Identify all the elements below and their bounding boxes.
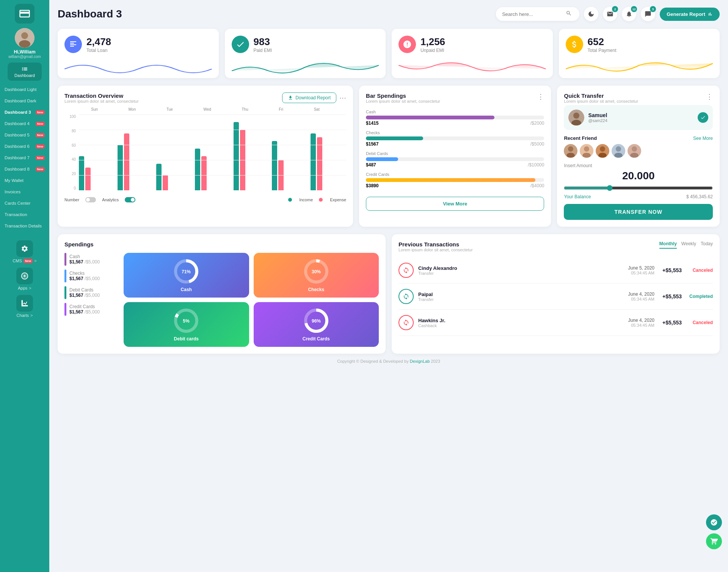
bar-spendings-title: Bar Spendings (366, 92, 440, 99)
badge-new-5: New (36, 133, 45, 137)
sidebar-item-dashboard-3[interactable]: Dashboard 3 New (0, 107, 49, 118)
amount-display: 20.000 (564, 170, 713, 182)
cart-fab[interactable] (706, 533, 722, 549)
stat-card-paid-emi: 983 Paid EMI (225, 29, 386, 78)
chart-legend: Number Analytics Income Expense (64, 197, 346, 202)
balance-value: $ 456,345.62 (686, 194, 713, 199)
notifications-button[interactable]: 12 (622, 7, 636, 21)
sidebar-item-dashboard-dark[interactable]: Dashboard Dark (0, 95, 49, 107)
sidebar-item-my-wallet[interactable]: My Wallet (0, 175, 49, 186)
spending-row-credit: Credit Cards $1,567 /$5,000 (64, 303, 118, 316)
sidebar-item-dashboard-8[interactable]: Dashboard 8 New (0, 163, 49, 175)
search-input[interactable] (502, 11, 563, 17)
svg-point-5 (573, 113, 579, 119)
bar-spendings-menu[interactable]: ⋮ (537, 92, 544, 101)
tab-today[interactable]: Today (701, 241, 713, 249)
expense-bar-4 (240, 130, 245, 190)
number-toggle[interactable] (85, 197, 96, 202)
page-title: Dashboard 3 (58, 8, 122, 20)
spendings-list: Cash $1,567 /$5,000 Checks $1,567 /$5,00… (64, 253, 118, 347)
sidebar: Hi,William william@gmail.com Dashboard D… (0, 0, 49, 572)
sidebar-item-dashboard-6[interactable]: Dashboard 6 New (0, 141, 49, 152)
transaction-row-2: Hawkins Jr. Cashback June 4, 2020 05:34:… (399, 310, 713, 336)
moon-button[interactable] (584, 7, 598, 21)
dashboard-nav-button[interactable]: Dashboard (8, 63, 42, 81)
transaction-date-0: June 5, 2020 (628, 265, 654, 271)
support-fab[interactable] (706, 514, 722, 530)
prev-transactions-title: Previous Transactions (399, 241, 473, 248)
quick-transfer-title: Quick Transfer (564, 92, 638, 99)
svg-point-8 (568, 146, 573, 152)
search-box (496, 7, 579, 21)
sidebar-item-transaction[interactable]: Transaction (0, 209, 49, 220)
analytics-toggle[interactable] (125, 197, 135, 202)
spending-row-cash: Cash $1,567 /$5,000 (64, 253, 118, 266)
generate-report-button[interactable]: Generate Report (660, 8, 720, 21)
bar-group-1 (118, 133, 153, 190)
sidebar-item-transaction-details[interactable]: Transaction Details (0, 220, 49, 232)
bar-group-3 (195, 149, 231, 190)
quick-transfer-card: Quick Transfer Lorem ipsum dolor sit ame… (557, 86, 720, 227)
footer-link[interactable]: DexignLab (410, 359, 430, 364)
income-bar-6 (311, 133, 316, 190)
chart-x-labels: Sun Mon Tue Wed Thu Fri Sat (64, 107, 346, 111)
transfer-now-button[interactable]: TRANSFER NOW (564, 204, 713, 220)
cms-badge: New (24, 259, 33, 263)
svg-point-17 (616, 146, 621, 152)
sidebar-item-dashboard-5[interactable]: Dashboard 5 New (0, 129, 49, 141)
amount-slider[interactable] (564, 185, 713, 191)
donut-debit-label: Debit cards (174, 336, 199, 342)
see-more-link[interactable]: See More (693, 136, 713, 141)
friend-5 (628, 144, 641, 158)
download-report-button[interactable]: Download Report (282, 92, 336, 103)
sidebar-item-cards-center[interactable]: Cards Center (0, 197, 49, 209)
sparkline-paid (232, 58, 379, 77)
stat-icon-loan (64, 36, 82, 53)
sidebar-item-dashboard-light[interactable]: Dashboard Light (0, 84, 49, 95)
friend-2 (580, 144, 593, 158)
messages-badge: 2 (612, 6, 618, 12)
svg-point-11 (584, 146, 589, 152)
transaction-chart: Sun Mon Tue Wed Thu Fri Sat 100806040200 (64, 107, 346, 202)
pt-tabs: Monthly Weekly Today (659, 241, 713, 249)
spending-checks: Checks $1567 /$5000 (366, 130, 544, 147)
sidebar-logo[interactable] (15, 4, 35, 24)
tab-monthly[interactable]: Monthly (659, 241, 677, 249)
transaction-time-2: 05:34:45 AM (628, 323, 654, 328)
spending-cash: Cash $1415 /$2000 (366, 110, 544, 126)
badge-new-3: New (36, 110, 45, 114)
charts-icon-btn[interactable] (16, 295, 33, 312)
transaction-type-0: Transfer (418, 271, 624, 276)
sidebar-item-dashboard-4[interactable]: Dashboard 4 New (0, 118, 49, 129)
avatar (15, 28, 35, 48)
quick-transfer-menu[interactable]: ⋮ (706, 92, 713, 101)
transaction-status-1: Completed (686, 294, 713, 299)
chart-y-axis: 100806040200 (64, 114, 76, 190)
income-bar-5 (272, 141, 277, 190)
transaction-time-0: 05:34:45 AM (628, 271, 654, 275)
transaction-overview-menu[interactable]: ⋯ (339, 94, 346, 102)
cms-icon-btn[interactable] (16, 240, 33, 257)
stat-label-paid: Paid EMI (254, 48, 272, 53)
sidebar-item-invoices[interactable]: Invoices (0, 186, 49, 197)
footer: Copyright © Designed & Developed by Dexi… (58, 354, 720, 365)
messages-button[interactable]: 2 (603, 7, 617, 21)
transaction-icon-0 (399, 263, 414, 278)
chat-button[interactable]: 5 (641, 7, 655, 21)
qt-handle: @sam224 (588, 118, 607, 123)
apps-icon-btn[interactable] (16, 268, 33, 284)
fab-container (706, 514, 722, 549)
transaction-type-2: Cashback (418, 323, 624, 328)
tab-weekly[interactable]: Weekly (681, 241, 696, 249)
middle-row: Transaction Overview Lorem ipsum dolor s… (58, 86, 720, 227)
sidebar-item-dashboard-7[interactable]: Dashboard 7 New (0, 152, 49, 163)
view-more-button[interactable]: View More (366, 197, 544, 211)
expense-bar-2 (163, 175, 168, 190)
spending-debit: Debit Cards $487 /$10000 (366, 151, 544, 168)
stat-card-total-payment: 652 Total Payment (559, 29, 720, 78)
quick-transfer-subtitle: Lorem ipsum dolor sit amet, consectetur (564, 99, 638, 103)
bar-spendings-card: Bar Spendings Lorem ipsum dolor sit amet… (359, 86, 551, 227)
stat-icon-payment (566, 36, 583, 53)
svg-text:71%: 71% (182, 269, 191, 274)
stat-icon-unpaid (399, 36, 416, 53)
